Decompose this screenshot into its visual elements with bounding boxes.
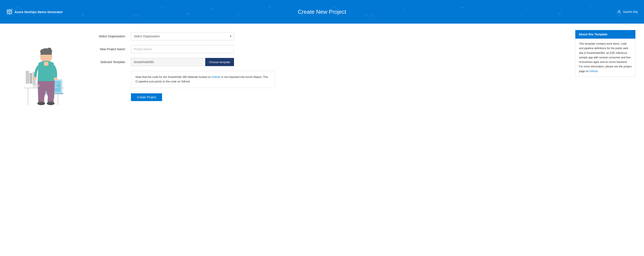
svg-text:</>: </> <box>365 12 374 18</box>
azure-devops-icon <box>6 9 12 15</box>
user-profile[interactable]: Sachin Raj <box>617 10 638 14</box>
org-select[interactable]: Select Organization <box>131 32 234 40</box>
info-box: Note that the code for the SmartHotel 36… <box>131 71 275 88</box>
page-title: Create New Project <box>298 8 346 15</box>
project-name-wrapper <box>131 45 234 53</box>
svg-point-45 <box>47 102 54 105</box>
svg-text:◈: ◈ <box>462 5 464 10</box>
template-input-row: Choose template <box>131 58 234 66</box>
user-name: Sachin Raj <box>623 10 638 14</box>
svg-rect-47 <box>33 84 37 85</box>
svg-text:◇: ◇ <box>236 12 239 18</box>
form-section: Select Organization : Select Organizatio… <box>84 30 569 250</box>
org-select-wrapper: Select Organization <box>131 32 234 40</box>
app-logo[interactable]: Azure DevOps Demo Generator <box>6 9 63 15</box>
svg-text:⚡: ⚡ <box>429 11 432 16</box>
svg-text:{ }: { } <box>397 6 405 11</box>
page-header: </> { } → ⚙ [ ] <> ★ ▶ ⊞ ◇ ⌘ ≡ ⊕ </> { }… <box>0 0 644 24</box>
svg-text:→: → <box>494 12 497 18</box>
svg-rect-27 <box>26 71 29 84</box>
info-text-pre: Note that the code for the SmartHotel 36… <box>136 75 212 78</box>
svg-text:[ ]: [ ] <box>107 6 114 10</box>
svg-rect-41 <box>44 62 48 66</box>
svg-point-40 <box>54 78 58 80</box>
template-input <box>131 58 203 66</box>
org-row: Select Organization : Select Organizatio… <box>88 32 560 40</box>
svg-text:⊞: ⊞ <box>210 6 213 10</box>
svg-point-39 <box>33 77 37 80</box>
illustration-section <box>8 30 77 250</box>
choose-template-button[interactable]: Choose template <box>205 58 234 66</box>
project-name-input[interactable] <box>131 45 234 53</box>
svg-text:▷: ▷ <box>526 6 528 11</box>
sidebar-github-link[interactable]: GitHub <box>590 70 598 73</box>
app-name: Azure DevOps Demo Generator <box>14 10 63 14</box>
create-project-button[interactable]: Create Project <box>131 93 162 101</box>
org-label: Select Organization : <box>88 34 127 38</box>
user-icon <box>617 10 621 14</box>
sidebar-header: About this Template <box>575 30 636 39</box>
svg-point-38 <box>47 48 52 52</box>
sidebar-body: This template contains work items, code … <box>575 39 636 77</box>
template-label: Selected Template : <box>88 60 127 64</box>
right-sidebar: About this Template This template contai… <box>575 30 636 250</box>
svg-text:▶: ▶ <box>187 11 190 16</box>
svg-rect-28 <box>30 73 32 84</box>
main-content: Select Organization : Select Organizatio… <box>0 24 644 256</box>
svg-text:⚙: ⚙ <box>82 12 84 17</box>
template-row: Selected Template : Choose template <box>88 58 560 66</box>
svg-text:★: ★ <box>590 5 593 10</box>
svg-point-44 <box>37 102 45 105</box>
svg-text:⊞: ⊞ <box>558 11 561 16</box>
sidebar-body-text: This template contains work items, code … <box>579 42 632 73</box>
project-name-row: New Project Name : <box>88 45 560 53</box>
person-illustration <box>15 32 71 114</box>
svg-text:<>: <> <box>133 12 140 18</box>
svg-text:⌘: ⌘ <box>268 4 271 10</box>
project-name-label: New Project Name : <box>88 48 127 51</box>
github-link-info[interactable]: GitHub <box>212 75 220 78</box>
svg-point-23 <box>618 10 620 12</box>
svg-text:★: ★ <box>161 4 164 10</box>
